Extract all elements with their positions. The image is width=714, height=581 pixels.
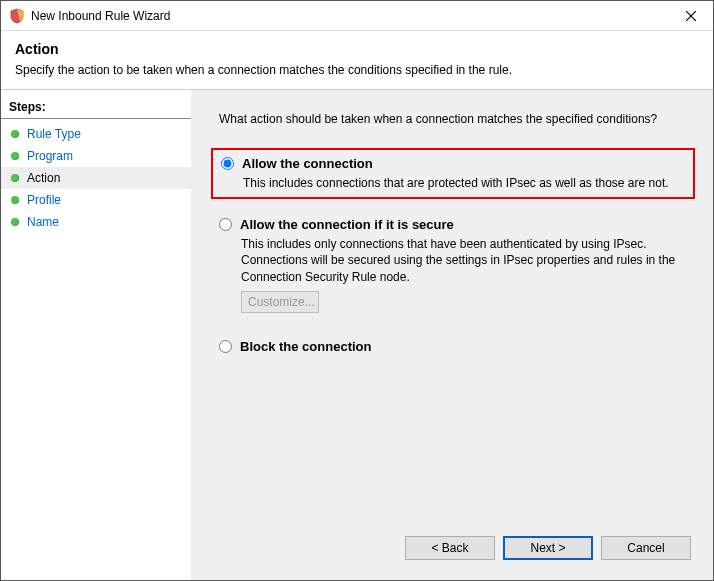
step-profile[interactable]: Profile: [1, 189, 191, 211]
app-icon: [9, 8, 25, 24]
step-label: Action: [27, 171, 60, 185]
window-title: New Inbound Rule Wizard: [31, 9, 668, 23]
back-button[interactable]: < Back: [405, 536, 495, 560]
next-button[interactable]: Next >: [503, 536, 593, 560]
bullet-icon: [11, 218, 19, 226]
option-allow-secure: Allow the connection if it is secure Thi…: [211, 211, 695, 319]
steps-sidebar: Steps: Rule Type Program Action Profile: [1, 90, 191, 580]
cancel-button[interactable]: Cancel: [601, 536, 691, 560]
option-label-allow: Allow the connection: [242, 156, 373, 171]
option-row: Allow the connection if it is secure: [217, 217, 687, 232]
step-action[interactable]: Action: [1, 167, 191, 189]
close-icon: [686, 11, 696, 21]
step-name[interactable]: Name: [1, 211, 191, 233]
steps-heading: Steps:: [1, 100, 191, 119]
option-block: Block the connection: [211, 333, 695, 360]
radio-block[interactable]: [219, 340, 232, 353]
steps-list: Rule Type Program Action Profile Name: [1, 123, 191, 233]
close-button[interactable]: [668, 1, 713, 30]
step-rule-type[interactable]: Rule Type: [1, 123, 191, 145]
wizard-footer: < Back Next > Cancel: [209, 528, 695, 570]
wizard-window: New Inbound Rule Wizard Action Specify t…: [0, 0, 714, 581]
radio-allow[interactable]: [221, 157, 234, 170]
option-allow: Allow the connection This includes conne…: [211, 148, 695, 199]
option-label-allow-secure: Allow the connection if it is secure: [240, 217, 454, 232]
bullet-icon: [11, 174, 19, 182]
bullet-icon: [11, 152, 19, 160]
page-subtitle: Specify the action to be taken when a co…: [15, 63, 699, 77]
option-row: Allow the connection: [219, 156, 685, 171]
page-title: Action: [15, 41, 699, 57]
step-label: Rule Type: [27, 127, 81, 141]
radio-allow-secure[interactable]: [219, 218, 232, 231]
option-row: Block the connection: [217, 339, 687, 354]
wizard-header: Action Specify the action to be taken wh…: [1, 31, 713, 90]
wizard-body: Steps: Rule Type Program Action Profile: [1, 90, 713, 580]
titlebar: New Inbound Rule Wizard: [1, 1, 713, 31]
step-label: Profile: [27, 193, 61, 207]
step-label: Program: [27, 149, 73, 163]
main-panel: What action should be taken when a conne…: [191, 90, 713, 580]
action-question: What action should be taken when a conne…: [219, 112, 695, 126]
option-label-block: Block the connection: [240, 339, 371, 354]
bullet-icon: [11, 130, 19, 138]
step-program[interactable]: Program: [1, 145, 191, 167]
option-desc-allow: This includes connections that are prote…: [243, 175, 685, 191]
action-options: Allow the connection This includes conne…: [211, 148, 695, 374]
option-desc-allow-secure: This includes only connections that have…: [241, 236, 687, 285]
customize-button: Customize...: [241, 291, 319, 313]
step-label: Name: [27, 215, 59, 229]
bullet-icon: [11, 196, 19, 204]
